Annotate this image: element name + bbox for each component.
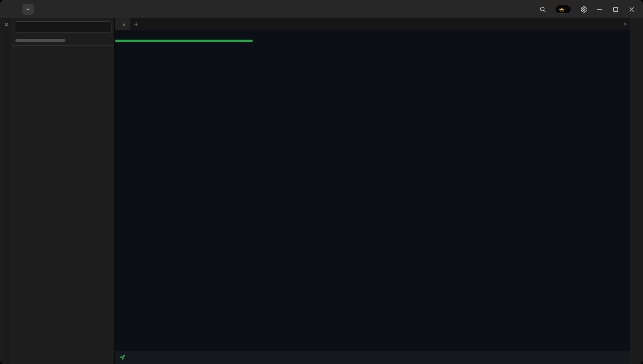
send-icon[interactable] <box>119 354 126 361</box>
terminal-screen[interactable] <box>115 30 630 351</box>
scrollbar-thumb[interactable] <box>15 39 65 42</box>
terminal-bottom-toolbar <box>115 351 630 364</box>
terminal-panel-close-icon[interactable]: × <box>620 18 630 30</box>
terminal-tab[interactable]: × <box>115 18 130 30</box>
transfer-area-empty <box>13 46 114 364</box>
settings-gear-icon[interactable] <box>580 6 587 13</box>
terminal-tabbar: × + × <box>115 18 630 30</box>
terminal-panel: × + × <box>115 18 630 364</box>
right-sidebar-strip <box>630 18 643 364</box>
app-body: × + × <box>0 18 643 364</box>
chevron-down-icon <box>25 6 31 12</box>
terminal-tab-close-icon[interactable]: × <box>123 21 126 27</box>
titlebar-left-icons <box>0 0 17 18</box>
maximize-button[interactable] <box>612 6 619 13</box>
minimize-button[interactable] <box>596 6 603 13</box>
file-manager-panel <box>13 18 115 364</box>
tab-list-dropdown-button[interactable] <box>23 4 34 15</box>
new-terminal-button[interactable]: + <box>130 18 142 30</box>
horizontal-scrollbar <box>13 38 114 42</box>
annotation-box <box>115 40 253 42</box>
pro-badge[interactable] <box>555 5 571 14</box>
path-row <box>13 18 114 34</box>
app-window: × + × <box>0 0 643 364</box>
titlebar-right <box>539 0 643 18</box>
crown-icon <box>558 6 565 12</box>
panel-close-icon[interactable] <box>4 22 9 27</box>
left-sidebar-strip <box>0 18 13 364</box>
titlebar <box>0 0 643 18</box>
vim-status-line <box>115 32 630 40</box>
path-input[interactable] <box>15 21 111 32</box>
close-window-button[interactable] <box>628 6 635 13</box>
search-button[interactable] <box>539 6 547 13</box>
